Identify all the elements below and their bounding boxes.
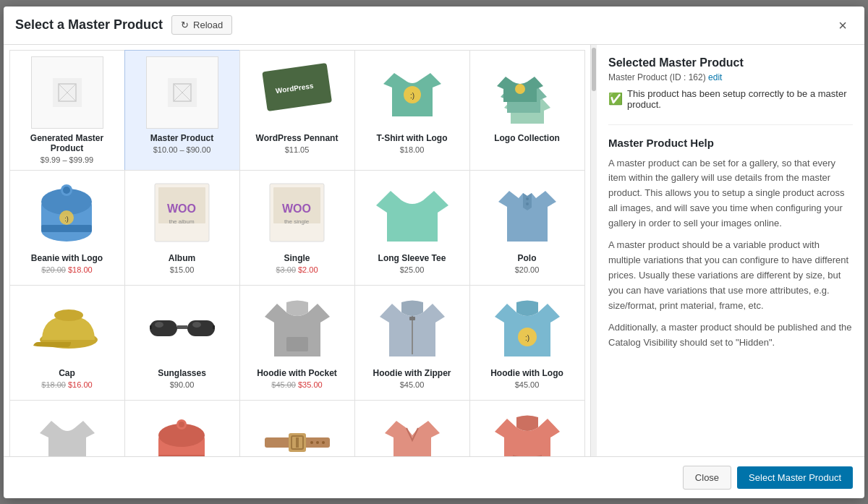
help-title: Master Product Help — [608, 137, 853, 149]
svg-text::): :) — [64, 215, 69, 223]
svg-rect-36 — [150, 325, 152, 329]
product-card[interactable]: Logo Collection — [469, 50, 585, 171]
product-name: Logo Collection — [494, 133, 560, 143]
svg-point-39 — [192, 322, 201, 328]
modal-footer: Close Select Master Product — [4, 456, 864, 498]
product-name: Generated Master Product — [16, 133, 119, 153]
product-name: Cap — [59, 368, 75, 378]
product-price: $90.00 — [170, 380, 195, 389]
product-image — [146, 56, 218, 129]
product-name: Polo — [518, 253, 537, 263]
product-card[interactable]: Hoodie $42.00 – $45.00 — [469, 400, 585, 456]
product-price: $15.00 — [170, 265, 195, 274]
product-price: $11.05 — [285, 145, 310, 154]
svg-rect-35 — [177, 325, 187, 329]
close-x-button[interactable]: × — [833, 15, 853, 35]
product-image — [376, 291, 448, 364]
svg-text:WOO: WOO — [167, 202, 196, 215]
product-image: WOO the single — [261, 176, 333, 249]
reload-icon: ↻ — [181, 20, 189, 30]
selected-product-id-text: Master Product (ID : 162) — [608, 72, 706, 82]
svg-point-38 — [155, 322, 163, 328]
products-grid: Generated Master Product $9.99 – $99.99 … — [9, 51, 584, 456]
product-name: Single — [284, 253, 310, 263]
product-card[interactable]: Long Sleeve Tee $25.00 — [354, 170, 470, 286]
product-name: Master Product — [150, 133, 213, 143]
svg-text:WOO: WOO — [282, 202, 311, 215]
product-card[interactable]: Cap $18.00$16.00 — [9, 285, 125, 401]
product-price: $45.00 — [400, 380, 425, 389]
product-image — [491, 176, 563, 249]
product-card[interactable]: Hoodie with Zipper $45.00 — [354, 285, 470, 401]
svg-point-30 — [526, 202, 529, 205]
product-image — [261, 291, 333, 364]
product-image: :) — [31, 176, 103, 249]
product-image — [146, 406, 218, 456]
product-card[interactable]: Beanie $20.00$18.00 — [124, 400, 240, 456]
product-price: $3.00$2.00 — [276, 265, 318, 274]
product-image: WOO the album — [146, 176, 218, 249]
select-master-product-button[interactable]: Select Master Product — [737, 466, 853, 489]
modal-header: Select a Master Product ↻ Reload × — [4, 7, 864, 45]
edit-link[interactable]: edit — [708, 72, 722, 82]
product-price: $18.00$16.00 — [41, 380, 92, 389]
product-name: Album — [169, 253, 195, 263]
product-price: $20.00 — [515, 265, 540, 274]
product-image — [261, 406, 333, 456]
products-panel[interactable]: Generated Master Product $9.99 – $99.99 … — [4, 45, 591, 456]
product-card[interactable]: Master Product $10.00 – $90.00 — [124, 50, 240, 171]
selected-product-section: Selected Master Product Master Product (… — [608, 56, 853, 110]
svg-point-57 — [322, 441, 325, 444]
product-card[interactable]: Sunglasses $90.00 — [124, 285, 240, 401]
product-image — [376, 176, 448, 249]
reload-button[interactable]: ↻ Reload — [171, 15, 232, 35]
success-message: ✅ This product has been setup correctly … — [608, 88, 853, 110]
product-card[interactable]: WordPress WordPress Pennant $11.05 — [239, 50, 355, 171]
product-card[interactable]: Belt $65.00$55.00 — [239, 400, 355, 456]
product-card[interactable]: Generated Master Product $9.99 – $99.99 — [9, 50, 125, 171]
product-card[interactable]: WOO the album Album $15.00 — [124, 170, 240, 286]
svg-point-49 — [179, 422, 184, 427]
product-card[interactable]: :) T-Shirt with Logo $18.00 — [354, 50, 470, 171]
svg-rect-54 — [296, 437, 299, 448]
svg-text:the single: the single — [284, 218, 310, 225]
product-card[interactable]: T-Shirt $18.00 — [9, 400, 125, 456]
scrollbar[interactable] — [591, 45, 597, 456]
svg-point-17 — [63, 187, 70, 194]
product-name: Long Sleeve Tee — [378, 253, 446, 263]
product-card[interactable]: :) Hoodie with Logo $45.00 — [469, 285, 585, 401]
product-image — [146, 291, 218, 364]
product-price: $18.00 — [400, 145, 425, 154]
product-card[interactable]: :) Beanie with Logo $20.00$18.00 — [9, 170, 125, 286]
svg-rect-42 — [409, 317, 415, 320]
help-section: Master Product Help A master product can… — [608, 124, 853, 351]
product-name: Sunglasses — [158, 368, 206, 378]
product-card[interactable]: Polo $20.00 — [469, 170, 585, 286]
product-price: $45.00 — [515, 380, 540, 389]
product-image — [31, 56, 103, 129]
product-card[interactable]: WOO the single Single $3.00$2.00 — [239, 170, 355, 286]
product-name: WordPress Pennant — [256, 133, 339, 143]
svg-point-32 — [54, 309, 83, 321]
product-image: :) — [491, 291, 563, 364]
help-paragraph-2: A master product should be a variable pr… — [608, 238, 853, 313]
success-icon: ✅ — [608, 92, 623, 106]
product-image — [31, 406, 103, 456]
modal-title: Select a Master Product — [15, 17, 163, 33]
product-card[interactable]: Hoodie with Pocket $45.00$35.00 — [239, 285, 355, 401]
svg-point-55 — [310, 441, 313, 444]
product-name: Hoodie with Zipper — [373, 368, 451, 378]
product-name: T-Shirt with Logo — [377, 133, 448, 143]
selected-product-id: Master Product (ID : 162) edit — [608, 72, 853, 82]
product-name: Hoodie with Pocket — [257, 368, 337, 378]
product-name: Beanie with Logo — [31, 253, 103, 263]
svg-rect-37 — [213, 325, 215, 329]
product-image — [491, 56, 563, 129]
product-price: $45.00$35.00 — [271, 380, 322, 389]
svg-rect-34 — [187, 320, 215, 336]
svg-point-29 — [526, 197, 529, 200]
reload-label: Reload — [193, 20, 223, 30]
svg-text::): :) — [409, 92, 414, 100]
product-card[interactable]: V-Neck T-Shirt $15.00 – $20.00 — [354, 400, 470, 456]
close-button[interactable]: Close — [683, 466, 731, 490]
